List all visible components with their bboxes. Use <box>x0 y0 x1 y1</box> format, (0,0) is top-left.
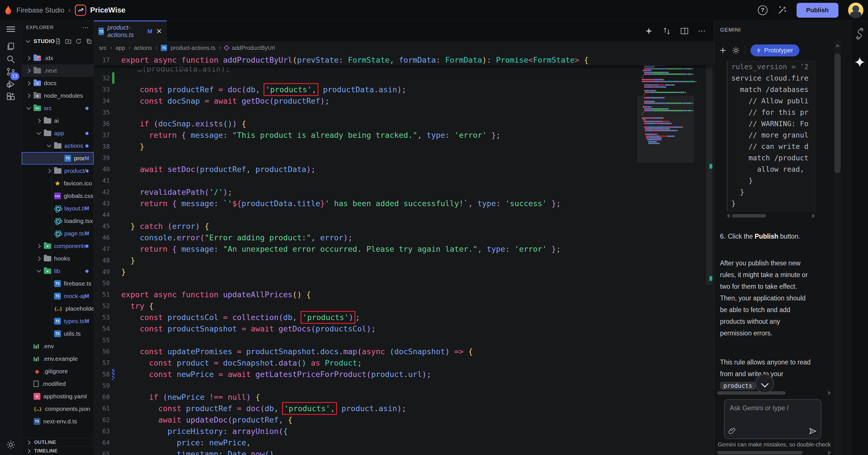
code-line-46[interactable]: 46 console.error("Error adding product:"… <box>94 232 714 243</box>
ai-sparkle-icon[interactable] <box>645 27 653 35</box>
code-line-40[interactable]: 40 await setDoc(productRef, productData)… <box>94 163 714 175</box>
tree-item-favicon-ico[interactable]: ★favicon.ico <box>22 177 94 190</box>
code-line-56[interactable]: 56 const updatePromises = productSnapsho… <box>94 346 714 357</box>
chevron-right-icon[interactable] <box>26 67 32 74</box>
code-line-57[interactable]: 57 const product = docSnapshot.data() as… <box>94 357 714 368</box>
code-line-42[interactable]: 42 revalidatePath('/'); <box>94 186 714 198</box>
chevron-right-icon[interactable] <box>26 55 32 61</box>
code-line-33[interactable]: 33 const productRef = doc(db, 'products'… <box>94 84 714 95</box>
tree-item--next[interactable]: .next <box>22 64 94 77</box>
code-editor[interactable]: 17export async function addProductByUrl(… <box>94 54 714 455</box>
chevron-right-icon[interactable] <box>26 93 32 99</box>
explorer-icon[interactable] <box>5 40 17 53</box>
tree-item-layout-tsx[interactable]: layout.tsxM <box>22 202 94 215</box>
code-line-17[interactable]: 17export async function addProductByUrl(… <box>94 54 714 65</box>
collapse-all-icon[interactable] <box>86 38 92 44</box>
code-line-32[interactable]: 32 <box>94 72 714 84</box>
code-line-60[interactable]: 60 if (newPrice !== null) { <box>94 391 714 403</box>
pricewise-app-icon[interactable] <box>75 5 86 16</box>
chevron-right-icon[interactable] <box>46 168 52 174</box>
gemini-star-icon[interactable] <box>854 56 865 68</box>
tree-item--idx[interactable]: .idx <box>22 52 94 64</box>
extensions-icon[interactable] <box>5 91 17 103</box>
code-line-35[interactable]: 35 <box>94 107 714 118</box>
code-line-59[interactable]: 59 <box>94 380 714 391</box>
code-line-45[interactable]: 45 } catch (error) { <box>94 220 714 232</box>
tree-item-mock-api-[interactable]: TSmock-api...M <box>22 290 94 302</box>
code-line-38[interactable]: 38 } <box>94 141 714 152</box>
new-chat-icon[interactable] <box>719 47 727 54</box>
gemini-vscrollbar[interactable] <box>834 40 841 455</box>
code-line-65[interactable]: 65 timestamp: Date.now() <box>94 448 714 455</box>
editor-scrollbar[interactable] <box>706 54 712 455</box>
tree-item--env-example[interactable]: .env.example <box>22 353 94 365</box>
chevron-right-icon[interactable] <box>36 255 42 262</box>
tab-product-actions[interactable]: TS product-actions.ts M ✕ <box>94 21 167 41</box>
explorer-more-icon[interactable]: ⋯ <box>82 24 89 31</box>
code-line-34[interactable]: 34 const docSnap = await getDoc(productR… <box>94 95 714 107</box>
code-line-49[interactable]: 49} <box>94 266 714 277</box>
attach-paperclip-icon[interactable] <box>728 427 736 434</box>
code-line-37[interactable]: 37 return { message: "This product is al… <box>94 129 714 141</box>
gemini-chat-input[interactable]: Ask Gemini or type / <box>724 399 821 439</box>
chevron-down-icon[interactable] <box>26 105 32 111</box>
chevron-right-icon[interactable] <box>36 118 42 124</box>
settings-gear-icon[interactable] <box>5 438 17 451</box>
new-file-icon[interactable] <box>55 38 61 44</box>
code-line-53[interactable]: 53 const productsCol = collection(db, 'p… <box>94 311 714 323</box>
tree-item-globals-css[interactable]: cssglobals.css <box>22 190 94 202</box>
tree-item-lib[interactable]: ◆lib <box>22 265 94 277</box>
studio-section-header[interactable]: STUDIO <box>22 35 94 48</box>
code-block-hscrollbar[interactable] <box>727 213 815 219</box>
tree-item-ai[interactable]: ai <box>22 115 94 127</box>
code-line-41[interactable]: 41 <box>94 175 714 186</box>
firestore-rules-code-block[interactable]: rules_version = '2service cloud.fire mat… <box>727 61 815 211</box>
code-line-61[interactable]: 61 const productRef = doc(db, 'products'… <box>94 403 714 414</box>
new-folder-icon[interactable] <box>65 38 71 44</box>
code-line-63[interactable]: 63 priceHistory: arrayUnion({ <box>94 425 714 437</box>
tree-item-components-json[interactable]: {…}components.json <box>22 403 94 415</box>
tree-item-loading-tsx[interactable]: loading.tsx <box>22 215 94 227</box>
prototyper-mode-pill[interactable]: Prototyper <box>750 44 799 56</box>
tree-item-app[interactable]: app <box>22 127 94 140</box>
code-line-58[interactable]: 58 const newPrice = await getLatestPrice… <box>94 368 714 380</box>
gemini-settings-gear-icon[interactable] <box>732 47 740 54</box>
code-line-36[interactable]: 36 if (docSnap.exists()) { <box>94 118 714 129</box>
sticky-scroll-line[interactable]: 17export async function addProductByUrl(… <box>94 54 714 65</box>
source-control-icon[interactable]: 13 <box>5 65 17 78</box>
panel-hscrollbar[interactable] <box>717 390 831 396</box>
tree-item-src[interactable]: <>src <box>22 102 94 115</box>
code-line-52[interactable]: 52 try { <box>94 300 714 311</box>
refresh-icon[interactable] <box>75 38 82 44</box>
tree-item-types-ts[interactable]: TStypes.tsM <box>22 315 94 328</box>
publish-button[interactable]: Publish <box>797 3 838 18</box>
code-line-50[interactable]: 50 <box>94 277 714 289</box>
code-line-44[interactable]: 44 <box>94 209 714 220</box>
search-icon[interactable] <box>5 53 17 65</box>
brand[interactable]: Firebase Studio <box>5 5 64 15</box>
send-icon[interactable] <box>809 427 817 435</box>
chevron-down-icon[interactable] <box>46 143 52 149</box>
chevron-right-icon[interactable] <box>26 80 32 86</box>
run-debug-icon[interactable] <box>5 78 17 91</box>
help-icon[interactable]: ? <box>758 5 768 15</box>
code-line-47[interactable]: 47 return { message: "An unexpected erro… <box>94 243 714 254</box>
chevron-down-icon[interactable] <box>36 268 42 274</box>
bottom-hscrollbar[interactable] <box>717 450 831 455</box>
code-line-64[interactable]: 64 price: newPrice, <box>94 437 714 448</box>
code-line-51[interactable]: 51export async function updateAllPrices(… <box>94 289 714 300</box>
tree-item-product-[interactable]: TSproduct...M <box>22 152 94 164</box>
tree-item-components[interactable]: ◈components <box>22 240 94 252</box>
code-line-54[interactable]: 54 const productSnapshot = await getDocs… <box>94 323 714 334</box>
menu-hamburger-icon[interactable] <box>5 23 17 35</box>
code-line-43[interactable]: 43 return { message: `'${productData.tit… <box>94 198 714 209</box>
tree-item-firebase-ts[interactable]: TSfirebase.ts <box>22 277 94 290</box>
tree-item-placeholder-im-[interactable]: {…}placeholder-im... <box>22 302 94 315</box>
code-line-48[interactable]: 48 } <box>94 254 714 266</box>
tree-item-product-[interactable]: product/... <box>22 164 94 177</box>
firebase-studio-icon[interactable] <box>854 28 865 40</box>
tree-item-actions[interactable]: actions <box>22 140 94 152</box>
outline-section[interactable]: OUTLINE <box>22 438 94 447</box>
tree-item-docs[interactable]: ≡docs <box>22 77 94 89</box>
close-tab-icon[interactable]: ✕ <box>156 27 162 35</box>
